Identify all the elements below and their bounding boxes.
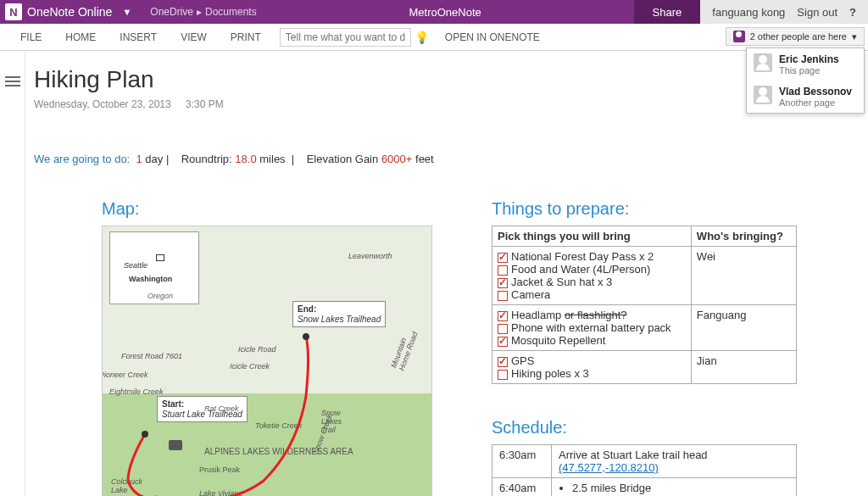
prep-col-items: Pick things you will bring: [492, 226, 692, 247]
elevation-label: Elevation Gain: [307, 153, 379, 165]
avatar: [754, 86, 772, 104]
page-title[interactable]: Hiking Plan: [34, 66, 868, 93]
breadcrumb: OneDrive ▸ Documents: [150, 6, 256, 18]
tab-file[interactable]: FILE: [8, 31, 53, 43]
who-cell: Jian: [691, 351, 796, 384]
hamburger-icon[interactable]: [5, 76, 20, 88]
help-button[interactable]: ?: [849, 6, 856, 19]
lightbulb-icon[interactable]: 💡: [415, 30, 430, 45]
app-menu-chevron[interactable]: ▼: [122, 7, 131, 17]
schedule-table[interactable]: 6:30am Arrive at Stuart Lake trail head …: [492, 444, 797, 496]
checkbox[interactable]: [498, 311, 508, 321]
checkbox[interactable]: [498, 337, 508, 347]
roundtrip-value: 18.0: [235, 153, 256, 165]
presence-name: Vlad Bessonov: [779, 86, 852, 98]
checkbox[interactable]: [498, 357, 508, 367]
presence-location: Another page: [779, 98, 852, 108]
presence-indicator: 2 other people are here ▾ Eric Jenkins T…: [726, 27, 865, 46]
map-heading: Map:: [102, 199, 441, 219]
schedule-heading: Schedule:: [492, 418, 797, 437]
presence-dropdown: Eric Jenkins This page Vlad Bessonov Ano…: [746, 47, 865, 114]
summary-days: 1: [136, 153, 142, 165]
avatar: [754, 53, 772, 72]
sched-time: 6:40am: [492, 478, 552, 497]
table-row: GPSHiking poles x 3Jian: [492, 351, 797, 384]
checkbox[interactable]: [498, 253, 508, 263]
checkbox[interactable]: [498, 324, 508, 334]
map-image[interactable]: Seattle Washington Oregon Leavenworth St…: [102, 226, 432, 496]
prepare-table[interactable]: Pick things you will bring Who's bringin…: [492, 226, 797, 384]
checkbox[interactable]: [498, 265, 508, 276]
elevation-value: 6000+: [381, 153, 413, 165]
open-in-onenote-button[interactable]: OPEN IN ONENOTE: [445, 31, 540, 43]
page-timestamp: Wednesday, October 23, 2013 3:30 PM: [34, 98, 868, 110]
svg-point-1: [303, 333, 309, 340]
ribbon: FILE HOME INSERT VIEW PRINT 💡 OPEN IN ON…: [0, 24, 868, 51]
nav-toggle-column: [0, 51, 25, 496]
checkbox[interactable]: [498, 278, 508, 288]
document-name: MetroOneNote: [257, 6, 634, 19]
table-row: 6:30am Arrive at Stuart Lake trail head …: [492, 445, 797, 478]
page-canvas[interactable]: Hiking Plan Wednesday, October 23, 2013 …: [25, 51, 868, 496]
presence-person[interactable]: Eric Jenkins This page: [747, 48, 864, 81]
table-row: National Forest Day Pass x 2Food and Wat…: [492, 247, 797, 305]
checkbox[interactable]: [498, 291, 508, 301]
presence-summary: 2 other people are here: [750, 31, 847, 42]
tell-me-input[interactable]: [280, 28, 411, 47]
sched-time: 6:30am: [492, 445, 552, 478]
page-time: 3:30 PM: [186, 98, 224, 110]
user-area: fanguang kong Sign out ?: [700, 0, 868, 24]
presence-name: Eric Jenkins: [779, 53, 839, 65]
tab-view[interactable]: VIEW: [169, 31, 219, 43]
chevron-down-icon: ▾: [852, 31, 857, 42]
presence-button[interactable]: 2 other people are here ▾: [726, 27, 865, 46]
table-row: 6:40am 2.5 miles Bridge 1.6 miles Colchu…: [492, 478, 797, 497]
tab-insert[interactable]: INSERT: [108, 31, 169, 43]
who-cell: Wei: [691, 247, 796, 305]
sign-out-link[interactable]: Sign out: [797, 6, 837, 19]
content-area: Hiking Plan Wednesday, October 23, 2013 …: [0, 51, 868, 496]
summary-prefix: We are going to do:: [34, 153, 130, 165]
prepare-heading: Things to prepare:: [492, 199, 797, 219]
people-icon: [733, 31, 745, 42]
table-row: Headlamp or flashlight?Phone with extern…: [492, 305, 797, 351]
tab-print[interactable]: PRINT: [219, 31, 273, 43]
coords-link[interactable]: (47.5277,-120.8210): [559, 461, 659, 474]
page-date: Wednesday, October 23, 2013: [34, 98, 171, 110]
svg-rect-2: [169, 440, 182, 450]
app-logo: N: [5, 3, 22, 20]
svg-point-0: [142, 431, 148, 437]
breadcrumb-folder[interactable]: Documents: [205, 6, 257, 18]
current-user[interactable]: fanguang kong: [712, 6, 785, 19]
roundtrip-label: Roundtrip:: [181, 153, 232, 165]
checkbox[interactable]: [498, 370, 508, 380]
tab-home[interactable]: HOME: [53, 31, 108, 43]
breadcrumb-root[interactable]: OneDrive: [150, 6, 193, 18]
share-button[interactable]: Share: [634, 0, 701, 24]
presence-location: This page: [779, 65, 839, 75]
title-bar: N OneNote Online ▼ OneDrive ▸ Documents …: [0, 0, 868, 24]
app-name: OneNote Online: [27, 5, 112, 19]
who-cell: Fanguang: [691, 305, 796, 351]
trip-summary[interactable]: We are going to do: 1 day | Roundtrip: 1…: [34, 153, 868, 165]
trail-path: [103, 226, 432, 496]
prep-col-who: Who's bringing?: [691, 226, 796, 247]
presence-person[interactable]: Vlad Bessonov Another page: [747, 81, 864, 113]
